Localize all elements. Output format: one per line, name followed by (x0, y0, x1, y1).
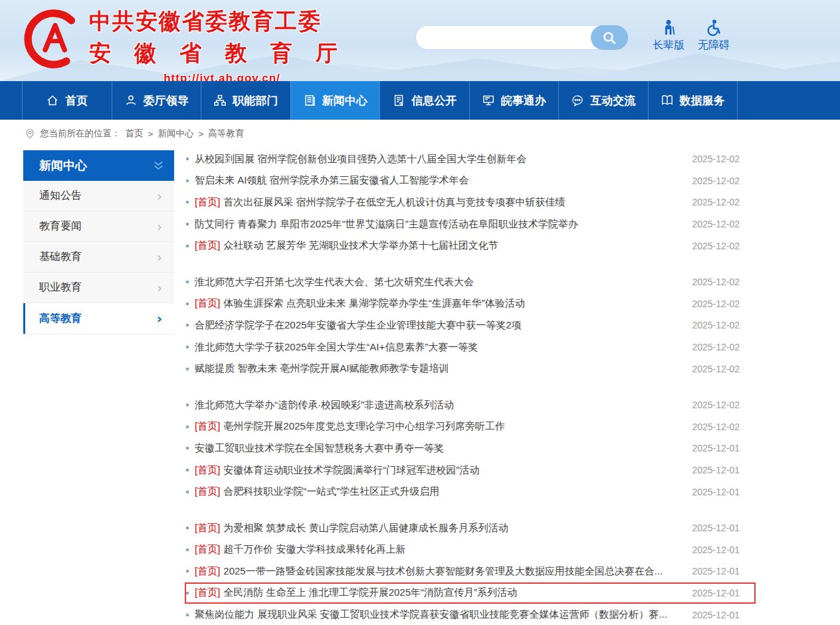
news-title[interactable]: 众社联动 艺展芳华 芜湖职业技术大学举办第十七届社团文化节 (223, 239, 498, 252)
front-page-tag: [首页] (195, 297, 220, 310)
nav-item-leaders[interactable]: 委厅领导 (112, 81, 201, 120)
news-title[interactable]: 从校园到国展 宿州学院创新创业项目强势入选第十八届全国大学生创新年会 (195, 153, 526, 166)
news-title[interactable]: 合肥科技职业学院“一站式”学生社区正式升级启用 (223, 485, 439, 498)
org-title-line2: 安 徽 省 教 育 厅 (89, 39, 355, 68)
site-url: http://jyt.ah.gov.cn/ (89, 72, 355, 81)
news-date: 2025-12-02 (692, 219, 740, 229)
news-row[interactable]: 淮北师范大学召开第七次学生代表大会、第七次研究生代表大会 2025-12-02 (185, 271, 756, 293)
bullet-icon (186, 426, 189, 428)
nav-item-label: 委厅领导 (144, 93, 189, 108)
news-title[interactable]: 淮北师范大学召开第七次学生代表大会、第七次研究生代表大会 (195, 276, 474, 289)
news-row[interactable]: 防艾同行 青春聚力 阜阳市2025年“世界艾滋病日”主题宣传活动在阜阳职业技术学… (185, 213, 756, 235)
news-title[interactable]: 聚焦岗位能力 展现职业风采 安徽工贸职业技术学院喜获安徽省职业技能竞赛全媒体运营… (195, 608, 667, 621)
bullet-icon (186, 223, 189, 225)
nav-item-home[interactable]: 首页 (22, 81, 112, 120)
news-row[interactable]: [首页]为爱相聚 筑梦成长 黄山学院启动第八届健康成长服务月系列活动 2025-… (185, 517, 756, 539)
news-title[interactable]: 安徽体育运动职业技术学院圆满举行“门球冠军进校园”活动 (223, 464, 479, 477)
news-row[interactable]: 聚焦岗位能力 展现职业风采 安徽工贸职业技术学院喜获安徽省职业技能竞赛全媒体运营… (185, 604, 756, 625)
news-row[interactable]: [首页]众社联动 艺展芳华 芜湖职业技术大学举办第十七届社团文化节 2025-1… (185, 235, 756, 257)
breadcrumb-separator: > (148, 129, 154, 139)
news-row[interactable]: 淮北师范大学学子获2025年全国大学生“AI+信息素养”大赛一等奖 2025-1… (185, 336, 756, 358)
front-page-tag: [首页] (195, 239, 220, 252)
sidebar-item-vocational-education[interactable]: 职业教育 › (23, 273, 174, 303)
news-row[interactable]: [首页]体验生涯探索 点亮职业未来 巢湖学院举办学生“生涯嘉年华”体验活动 20… (185, 293, 756, 315)
news-title[interactable]: 首次出征展风采 宿州学院学子在低空无人机设计仿真与竞技专项赛中斩获佳绩 (223, 196, 565, 209)
news-row[interactable]: 合肥经济学院学子在2025年安徽省大学生企业管理技能大赛中获一等奖2项 2025… (185, 314, 756, 336)
nav-item-data-services[interactable]: 数据服务 (648, 81, 738, 120)
search-input[interactable] (427, 27, 586, 49)
news-title[interactable]: 体验生涯探索 点亮职业未来 巢湖学院举办学生“生涯嘉年华”体验活动 (223, 297, 524, 310)
news-date: 2025-12-02 (692, 176, 740, 186)
sidebar-title: 新闻中心 (23, 150, 174, 181)
nav-item-label: 首页 (65, 93, 88, 108)
news-group: 淮北师范大学召开第七次学生代表大会、第七次研究生代表大会 2025-12-02 … (185, 271, 756, 380)
news-row[interactable]: 赋能提质 智教未来 亳州学院开展AI赋能教师教学专题培训 2025-12-02 (185, 358, 756, 380)
org-title-line1: 中共安徽省委教育工委 (89, 7, 355, 37)
bullet-icon (186, 491, 189, 493)
front-page-tag: [首页] (195, 565, 220, 578)
document-icon (392, 94, 405, 107)
news-row-highlighted[interactable]: [首页]全民消防 生命至上 淮北理工学院开展2025年“消防宣传月”系列活动 2… (185, 582, 756, 604)
news-row[interactable]: 安徽工贸职业技术学院在全国智慧税务大赛中勇夺一等奖 2025-12-01 (185, 438, 756, 459)
double-chevron-down-icon (154, 161, 163, 170)
sidebar-item-education-news[interactable]: 教育要闻 › (23, 211, 174, 242)
news-title[interactable]: 防艾同行 青春聚力 阜阳市2025年“世界艾滋病日”主题宣传活动在阜阳职业技术学… (195, 218, 578, 231)
news-row[interactable]: [首页]合肥科技职业学院“一站式”学生社区正式升级启用 2025-12-01 (185, 481, 756, 503)
news-row[interactable]: 智启未来 AI领航 宿州学院承办第三届安徽省人工智能学术年会 2025-12-0… (185, 170, 756, 192)
news-title[interactable]: 安徽工贸职业技术学院在全国智慧税务大赛中勇夺一等奖 (195, 442, 444, 455)
nav-item-info-disclosure[interactable]: 信息公开 (379, 81, 469, 120)
news-row[interactable]: [首页]2025一带一路暨金砖国家技能发展与技术创新大赛智能财务管理及大数据应用… (185, 561, 756, 582)
bullet-icon (186, 570, 189, 572)
news-title[interactable]: 智启未来 AI领航 宿州学院承办第三届安徽省人工智能学术年会 (195, 174, 469, 187)
breadcrumb-news-center[interactable]: 新闻中心 (158, 128, 193, 140)
sidebar: 新闻中心 通知公告 › 教育要闻 › 基础教育 › 职业教育 › 高等教育 › (23, 150, 174, 334)
bullet-icon (186, 158, 189, 160)
search-box (415, 25, 628, 50)
news-date: 2025-12-02 (692, 241, 740, 251)
news-title[interactable]: 淮北师范大学学子获2025年全国大学生“AI+信息素养”大赛一等奖 (195, 341, 478, 354)
breadcrumb-home[interactable]: 首页 (126, 128, 144, 140)
news-row[interactable]: 从校园到国展 宿州学院创新创业项目强势入选第十八届全国大学生创新年会 2025-… (185, 148, 756, 170)
news-icon (303, 94, 316, 107)
news-date: 2025-12-02 (692, 299, 740, 309)
news-row[interactable]: [首页]安徽体育运动职业技术学院圆满举行“门球冠军进校园”活动 2025-12-… (185, 459, 756, 481)
news-title[interactable]: 为爱相聚 筑梦成长 黄山学院启动第八届健康成长服务月系列活动 (223, 522, 508, 535)
breadcrumb-higher-education[interactable]: 高等教育 (208, 128, 244, 140)
news-title[interactable]: 合肥经济学院学子在2025年安徽省大学生企业管理技能大赛中获一等奖2项 (195, 319, 522, 332)
news-row[interactable]: 淮北师范大学举办“遗韵传承·校园映彩”非遗进高校系列活动 2025-12-02 (185, 394, 756, 416)
news-date: 2025-12-02 (692, 320, 740, 330)
bullet-icon (186, 303, 189, 305)
news-row[interactable]: [首页]超千万作价 安徽大学科技成果转化再上新 2025-12-01 (185, 539, 756, 561)
nav-item-news-center[interactable]: 新闻中心 (290, 81, 380, 120)
site-brand: 中共安徽省委教育工委 安 徽 省 教 育 厅 http://jyt.ah.gov… (89, 7, 355, 81)
news-row[interactable]: [首页]亳州学院开展2025年度党总支理论学习中心组学习列席旁听工作 2025-… (185, 416, 756, 438)
home-icon (46, 94, 59, 107)
bullet-icon (186, 281, 189, 283)
chat-icon (571, 94, 584, 107)
nav-item-interaction[interactable]: 互动交流 (558, 81, 648, 120)
sidebar-item-label: 职业教育 (39, 281, 82, 295)
elder-version-link[interactable]: 长辈版 (653, 19, 684, 53)
accessibility-link[interactable]: 无障碍 (698, 19, 730, 53)
news-row[interactable]: [首页]首次出征展风采 宿州学院学子在低空无人机设计仿真与竞技专项赛中斩获佳绩 … (185, 191, 756, 213)
search-button[interactable] (591, 25, 628, 50)
news-title[interactable]: 亳州学院开展2025年度党总支理论学习中心组学习列席旁听工作 (223, 420, 504, 433)
wheelchair-icon (705, 19, 722, 36)
front-page-tag: [首页] (195, 586, 220, 599)
nav-item-online-services[interactable]: 皖事通办 (469, 81, 559, 120)
news-date: 2025-12-01 (692, 523, 740, 533)
sidebar-item-label: 教育要闻 (39, 219, 82, 233)
news-title[interactable]: 全民消防 生命至上 淮北理工学院开展2025年“消防宣传月”系列活动 (223, 586, 517, 599)
news-title[interactable]: 2025一带一路暨金砖国家技能发展与技术创新大赛智能财务管理及大数据应用技能全国… (223, 565, 663, 578)
bullet-icon (186, 527, 189, 529)
nav-item-label: 数据服务 (680, 93, 725, 108)
sidebar-item-notices[interactable]: 通知公告 › (23, 181, 174, 211)
news-title[interactable]: 超千万作价 安徽大学科技成果转化再上新 (223, 543, 405, 556)
sidebar-item-basic-education[interactable]: 基础教育 › (23, 242, 174, 273)
sidebar-item-higher-education[interactable]: 高等教育 › (23, 303, 174, 334)
nav-item-departments[interactable]: 职能部门 (201, 81, 290, 120)
breadcrumb: 您当前所在的位置： 首页 > 新闻中心 > 高等教育 (0, 120, 840, 148)
nav-item-label: 互动交流 (590, 93, 635, 108)
news-title[interactable]: 赋能提质 智教未来 亳州学院开展AI赋能教师教学专题培训 (195, 362, 449, 375)
news-title[interactable]: 淮北师范大学举办“遗韵传承·校园映彩”非遗进高校系列活动 (195, 399, 454, 412)
